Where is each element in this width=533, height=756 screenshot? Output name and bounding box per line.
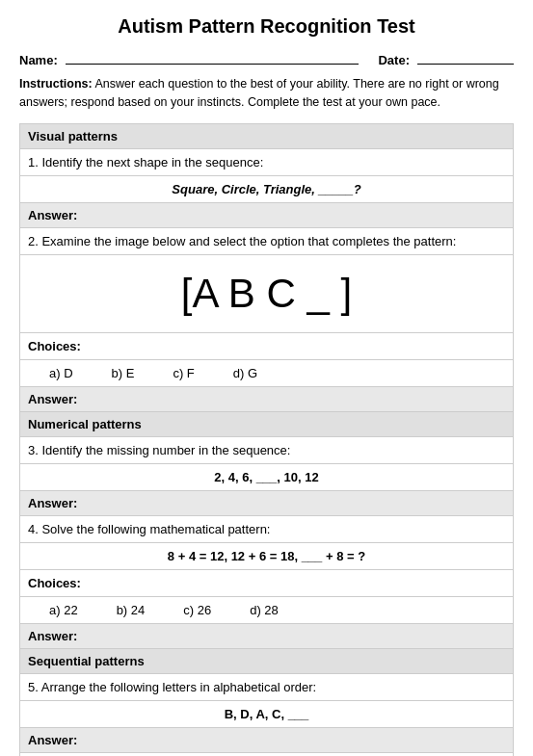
choice-4d[interactable]: d) 28: [250, 603, 279, 617]
name-label: Name:: [19, 53, 58, 67]
question-2-choices: a) D b) E c) F d) G: [20, 360, 513, 387]
section-sequential: Sequential patterns 5. Arrange the follo…: [19, 649, 514, 757]
question-1-answer[interactable]: Answer:: [20, 203, 513, 228]
date-label: Date:: [378, 53, 410, 67]
question-4-text: 4. Solve the following mathematical patt…: [20, 516, 513, 543]
instructions: Instructions: Answer each question to th…: [19, 75, 514, 112]
question-2-answer[interactable]: Answer:: [20, 387, 513, 411]
choice-4c[interactable]: c) 26: [183, 603, 211, 617]
question-5-sequence: B, D, A, C, ___: [20, 701, 513, 728]
question-5-answer[interactable]: Answer:: [20, 728, 513, 753]
section-visual: Visual patterns 1. Identify the next sha…: [19, 123, 514, 412]
question-3-text: 3. Identify the missing number in the se…: [20, 437, 513, 464]
question-4-sequence: 8 + 4 = 12, 12 + 6 = 18, ___ + 8 = ?: [20, 543, 513, 570]
page-title: Autism Pattern Recognition Test: [19, 15, 514, 38]
question-4-answer[interactable]: Answer:: [20, 624, 513, 648]
section-numerical: Numerical patterns 3. Identify the missi…: [19, 412, 514, 649]
question-2-display: [A B C _ ]: [20, 255, 513, 333]
choice-2c[interactable]: c) F: [173, 366, 194, 380]
question-3-answer[interactable]: Answer:: [20, 491, 513, 516]
question-4-choices: a) 22 b) 24 c) 26 d) 28: [20, 597, 513, 624]
section-visual-header: Visual patterns: [20, 124, 513, 149]
question-2-text: 2. Examine the image below and select th…: [20, 228, 513, 255]
choice-2b[interactable]: b) E: [112, 366, 135, 380]
section-numerical-header: Numerical patterns: [20, 412, 513, 437]
instructions-label: Instructions:: [19, 77, 93, 91]
question-1-sequence: Square, Circle, Triangle, _____?: [20, 176, 513, 203]
question-3-sequence: 2, 4, 6, ___, 10, 12: [20, 464, 513, 491]
name-date-row: Name: Date:: [19, 49, 514, 67]
choice-4a[interactable]: a) 22: [49, 603, 78, 617]
date-input-line[interactable]: [417, 49, 514, 65]
question-2-choices-label: Choices:: [20, 333, 513, 360]
choice-2a[interactable]: a) D: [49, 366, 73, 380]
name-input-line[interactable]: [66, 49, 360, 65]
choice-4b[interactable]: b) 24: [117, 603, 146, 617]
choice-2d[interactable]: d) G: [233, 366, 257, 380]
question-1-text: 1. Identify the next shape in the sequen…: [20, 149, 513, 176]
section-sequential-header: Sequential patterns: [20, 649, 513, 674]
question-4-choices-label: Choices:: [20, 570, 513, 597]
question-6-text: 6. What comes next in the sequence?: [20, 753, 513, 757]
question-5-text: 5. Arrange the following letters in alph…: [20, 674, 513, 701]
